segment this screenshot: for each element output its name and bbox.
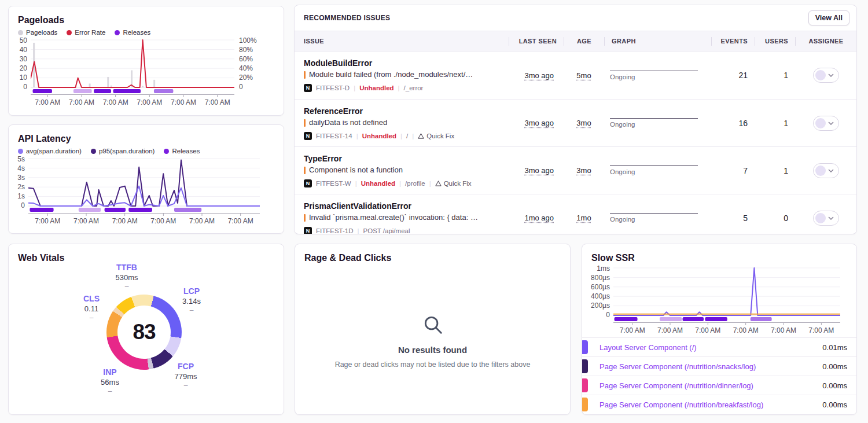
column-header-assignee: ASSIGNEE — [795, 37, 856, 46]
x-axis-tick-label: 7:00 AM — [727, 326, 764, 334]
badge-separator: | — [429, 180, 431, 187]
vital-name: LCP — [171, 286, 212, 296]
x-axis-tick-label: 7:00 AM — [689, 326, 727, 334]
vital-label-cls[interactable]: CLS 0.11 – — [71, 294, 112, 322]
vital-value: 56ms — [89, 377, 131, 387]
y-axis-labels-left: 50403020100 — [13, 37, 31, 90]
last-seen[interactable]: 3mo ago — [524, 166, 554, 175]
ssr-link[interactable]: Layout Server Component (/) — [599, 343, 822, 352]
y-axis-tick-label: 400µs — [587, 293, 610, 300]
quick-fix-badge[interactable]: Quick Fix — [435, 180, 472, 187]
x-axis-tick-label: 7:00 AM — [144, 217, 183, 225]
legend-item[interactable]: avg(span.duration) — [18, 148, 82, 155]
issue-path: /_error — [404, 84, 424, 91]
issue-graph-cell: Ongoing — [604, 213, 711, 223]
chevron-down-icon — [828, 216, 834, 220]
issue-graph-cell: Ongoing — [604, 165, 711, 175]
issue-sparkline — [610, 71, 698, 71]
age[interactable]: 3mo — [576, 166, 591, 175]
issue-sparkline — [610, 165, 698, 166]
issue-short-id: FITFEST-W — [316, 180, 351, 187]
badge-separator: | — [354, 84, 355, 91]
ssr-link[interactable]: Page Server Component (/nutrition/breakf… — [599, 400, 822, 409]
y-axis-tick-label: 80% — [239, 46, 262, 53]
legend-item[interactable]: Pageloads — [18, 29, 57, 36]
ssr-row[interactable]: Page Server Component (/nutrition/dinner… — [582, 376, 856, 395]
graph-ongoing-label: Ongoing — [610, 73, 711, 80]
vital-dash: – — [171, 306, 212, 315]
issue-title[interactable]: PrismaClientValidationError — [304, 201, 504, 212]
unhandled-badge: Unhandled — [361, 180, 395, 187]
vital-dash: – — [106, 282, 148, 291]
issue-graph-cell: Ongoing — [604, 71, 711, 80]
last-seen[interactable]: 3mo ago — [524, 71, 554, 80]
issue-title[interactable]: TypeError — [304, 153, 504, 164]
age[interactable]: 3mo — [576, 119, 591, 127]
slow-ssr-list: Layout Server Component (/) 0.01ms Page … — [582, 337, 856, 414]
legend-label: Releases — [172, 148, 200, 155]
nextjs-icon: N — [304, 84, 312, 92]
legend-item[interactable]: Releases — [164, 148, 200, 155]
y-axis-tick-label: 4s — [13, 165, 25, 172]
pageloads-chart-area: 50403020100 100%80%60%40%20%0 — [9, 36, 284, 97]
ssr-link[interactable]: Page Server Component (/nutrition/snacks… — [599, 362, 822, 371]
assignee-dropdown[interactable] — [813, 163, 839, 178]
age[interactable]: 5mo — [576, 71, 591, 80]
legend-label: Releases — [123, 29, 150, 36]
legend-dot — [91, 149, 96, 154]
issue-row[interactable]: ModuleBuildError Module build failed (fr… — [295, 52, 856, 99]
issue-badges: N FITFEST-1D | POST /api/meal — [304, 227, 504, 234]
vital-label-fcp[interactable]: FCP 779ms – — [165, 362, 207, 390]
badge-separator: | — [399, 180, 401, 187]
events-count: 5 — [711, 214, 755, 223]
issue-row[interactable]: ReferenceError dailyData is not defined … — [295, 99, 856, 146]
ssr-row[interactable]: Page Server Component (/nutrition/snacks… — [582, 356, 856, 376]
quick-fix-badge[interactable]: Quick Fix — [418, 133, 454, 139]
assignee-dropdown[interactable] — [813, 68, 839, 83]
issue-short-id: FITFEST-14 — [316, 133, 352, 139]
legend-item[interactable]: Error Rate — [67, 29, 105, 36]
issue-title[interactable]: ReferenceError — [304, 106, 504, 117]
ssr-row[interactable]: Layout Server Component (/) 0.01ms — [582, 337, 856, 356]
api-latency-panel: API Latency avg(span.duration)p95(span.d… — [8, 124, 284, 234]
nextjs-icon: N — [304, 227, 312, 234]
issue-row[interactable]: PrismaClientValidationError Invalid `pri… — [295, 194, 856, 234]
issues-table-header: ISSUE LAST SEEN AGE GRAPH EVENTS USERS A… — [295, 31, 856, 52]
ssr-color-chip — [582, 340, 588, 354]
y-axis-tick-label: 1ms — [587, 265, 610, 272]
ssr-row[interactable]: Page Server Component (/nutrition/breakf… — [582, 395, 856, 414]
legend-item[interactable]: p95(span.duration) — [91, 148, 155, 155]
legend-dot — [164, 149, 169, 154]
api-latency-chart[interactable] — [28, 157, 260, 216]
x-axis-tick-label: 7:00 AM — [613, 326, 651, 334]
unhandled-badge: Unhandled — [362, 133, 396, 139]
vital-label-lcp[interactable]: LCP 3.14s – — [171, 286, 212, 315]
legend-label: Error Rate — [75, 29, 105, 36]
assignee-dropdown[interactable] — [813, 211, 839, 226]
issue-sparkline — [610, 118, 698, 119]
legend-item[interactable]: Releases — [115, 29, 150, 36]
column-header-users: USERS — [755, 37, 795, 46]
x-axis-tick-label: 7:00 AM — [65, 98, 99, 106]
graph-ongoing-label: Ongoing — [610, 216, 711, 223]
last-seen[interactable]: 3mo ago — [524, 119, 554, 127]
ssr-link[interactable]: Page Server Component (/nutrition/dinner… — [599, 381, 822, 390]
assignee-dropdown[interactable] — [813, 116, 839, 131]
issue-title[interactable]: ModuleBuildError — [304, 58, 504, 69]
vital-label-inp[interactable]: INP 56ms – — [89, 367, 131, 396]
issue-row[interactable]: TypeError Component is not a function N … — [295, 146, 856, 194]
panel-title: Rage & Dead Clicks — [295, 244, 570, 264]
column-header-graph: GRAPH — [604, 37, 711, 46]
nextjs-icon: N — [304, 132, 312, 140]
panel-title: Slow SSR — [582, 244, 856, 264]
vital-name: FCP — [165, 362, 207, 371]
vital-label-ttfb[interactable]: TTFB 530ms – — [106, 263, 148, 291]
x-axis-labels: 7:00 AM7:00 AM7:00 AM7:00 AM7:00 AM7:00 … — [31, 97, 234, 106]
age[interactable]: 1mo — [576, 214, 591, 222]
slow-ssr-chart[interactable] — [613, 266, 840, 325]
view-all-button[interactable]: View All — [808, 10, 849, 25]
pageloads-chart[interactable] — [31, 38, 234, 97]
y-axis-tick-label: 10 — [13, 74, 27, 81]
assignee-avatar — [815, 213, 826, 223]
last-seen[interactable]: 1mo ago — [524, 214, 554, 222]
